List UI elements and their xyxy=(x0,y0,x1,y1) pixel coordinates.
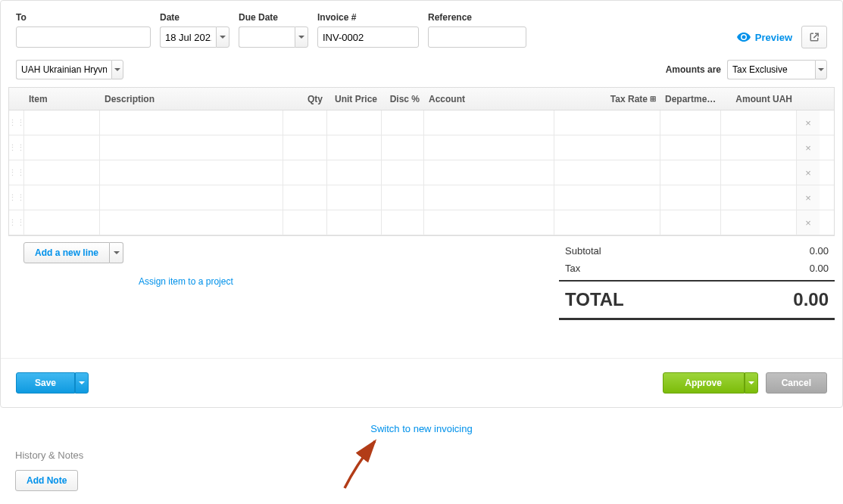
add-note-button[interactable]: Add Note xyxy=(15,470,78,491)
delete-row-button[interactable]: × xyxy=(797,160,820,185)
cell-department[interactable] xyxy=(660,185,721,210)
cell-amount[interactable] xyxy=(721,135,797,160)
cell-item[interactable] xyxy=(24,160,100,185)
amounts-are-select[interactable] xyxy=(727,60,815,79)
cell-amount[interactable] xyxy=(721,185,797,210)
drag-handle-icon[interactable]: ⋮⋮ xyxy=(9,210,24,235)
cell-description[interactable] xyxy=(100,135,283,160)
cell-department[interactable] xyxy=(660,210,721,235)
drag-handle-icon[interactable]: ⋮⋮ xyxy=(9,110,24,135)
cell-tax-rate[interactable] xyxy=(554,185,660,210)
cell-discount[interactable] xyxy=(382,210,424,235)
chevron-down-icon xyxy=(220,36,226,39)
cell-discount[interactable] xyxy=(382,135,424,160)
cell-discount[interactable] xyxy=(382,110,424,135)
delete-row-button[interactable]: × xyxy=(797,110,820,135)
amounts-dropdown-button[interactable] xyxy=(815,60,827,79)
cell-description[interactable] xyxy=(100,210,283,235)
cell-qty[interactable] xyxy=(283,210,327,235)
reference-input[interactable] xyxy=(428,26,526,48)
preview-link[interactable]: Preview xyxy=(737,32,792,43)
cell-account[interactable] xyxy=(424,185,554,210)
cell-unit-price[interactable] xyxy=(327,135,382,160)
invoice-number-input[interactable] xyxy=(317,26,419,48)
drag-handle-icon[interactable]: ⋮⋮ xyxy=(9,185,24,210)
col-discount: Disc % xyxy=(382,94,424,104)
subtotal-value: 0.00 xyxy=(810,245,829,257)
delete-row-button[interactable]: × xyxy=(797,210,820,235)
add-line-dropdown[interactable] xyxy=(110,242,123,263)
line-item-row: ⋮⋮× xyxy=(9,185,834,210)
cell-account[interactable] xyxy=(424,135,554,160)
to-label: To xyxy=(16,12,151,23)
delete-row-button[interactable]: × xyxy=(797,185,820,210)
cell-tax-rate[interactable] xyxy=(554,160,660,185)
cell-qty[interactable] xyxy=(283,135,327,160)
cell-unit-price[interactable] xyxy=(327,210,382,235)
cell-tax-rate[interactable] xyxy=(554,135,660,160)
cell-qty[interactable] xyxy=(283,185,327,210)
cell-department[interactable] xyxy=(660,135,721,160)
tax-label: Tax xyxy=(565,263,580,274)
subtotal-label: Subtotal xyxy=(565,245,601,257)
currency-dropdown-button[interactable] xyxy=(111,60,123,79)
cell-unit-price[interactable] xyxy=(327,160,382,185)
col-unit-price: Unit Price xyxy=(327,94,382,104)
cell-tax-rate[interactable] xyxy=(554,110,660,135)
cell-item[interactable] xyxy=(24,135,100,160)
col-tax-rate[interactable]: Tax Rate⊞ xyxy=(554,94,660,104)
due-date-dropdown-button[interactable] xyxy=(295,26,308,48)
date-input[interactable] xyxy=(160,26,216,48)
cell-qty[interactable] xyxy=(283,160,327,185)
cell-discount[interactable] xyxy=(382,160,424,185)
chevron-down-icon xyxy=(298,36,304,39)
invoice-number-label: Invoice # xyxy=(317,12,419,23)
cell-account[interactable] xyxy=(424,210,554,235)
cell-description[interactable] xyxy=(100,110,283,135)
approve-button[interactable]: Approve xyxy=(663,372,745,394)
cell-item[interactable] xyxy=(24,185,100,210)
open-external-button[interactable] xyxy=(801,26,827,48)
cancel-button[interactable]: Cancel xyxy=(766,372,827,394)
cell-department[interactable] xyxy=(660,110,721,135)
to-input[interactable] xyxy=(16,26,151,48)
drag-handle-icon[interactable]: ⋮⋮ xyxy=(9,135,24,160)
currency-select[interactable] xyxy=(16,60,111,79)
cell-unit-price[interactable] xyxy=(327,110,382,135)
save-dropdown[interactable] xyxy=(75,372,89,394)
cell-department[interactable] xyxy=(660,160,721,185)
date-dropdown-button[interactable] xyxy=(216,26,229,48)
cell-item[interactable] xyxy=(24,110,100,135)
settings-icon: ⊞ xyxy=(650,95,656,103)
cell-unit-price[interactable] xyxy=(327,185,382,210)
cell-amount[interactable] xyxy=(721,110,797,135)
date-label: Date xyxy=(160,12,229,23)
cell-amount[interactable] xyxy=(721,210,797,235)
add-line-button[interactable]: Add a new line xyxy=(23,242,110,263)
amounts-are-label: Amounts are xyxy=(666,64,721,75)
cell-account[interactable] xyxy=(424,110,554,135)
line-item-row: ⋮⋮× xyxy=(9,110,834,135)
preview-label: Preview xyxy=(755,32,792,43)
col-amount: Amount UAH xyxy=(721,94,797,104)
drag-handle-icon[interactable]: ⋮⋮ xyxy=(9,160,24,185)
cell-description[interactable] xyxy=(100,185,283,210)
approve-dropdown[interactable] xyxy=(745,372,758,394)
chevron-down-icon xyxy=(114,68,120,71)
cell-amount[interactable] xyxy=(721,160,797,185)
external-link-icon xyxy=(809,32,820,42)
cell-description[interactable] xyxy=(100,160,283,185)
delete-row-button[interactable]: × xyxy=(797,135,820,160)
cell-item[interactable] xyxy=(24,210,100,235)
cell-discount[interactable] xyxy=(382,185,424,210)
line-item-row: ⋮⋮× xyxy=(9,135,834,160)
cell-qty[interactable] xyxy=(283,110,327,135)
due-date-input[interactable] xyxy=(239,26,295,48)
cell-account[interactable] xyxy=(424,160,554,185)
cell-tax-rate[interactable] xyxy=(554,210,660,235)
switch-invoicing-link[interactable]: Switch to new invoicing xyxy=(15,423,828,434)
assign-item-link[interactable]: Assign item to a project xyxy=(139,276,233,287)
save-button[interactable]: Save xyxy=(16,372,75,394)
col-item: Item xyxy=(24,94,100,104)
line-items-grid: Item Description Qty Unit Price Disc % A… xyxy=(8,87,835,236)
